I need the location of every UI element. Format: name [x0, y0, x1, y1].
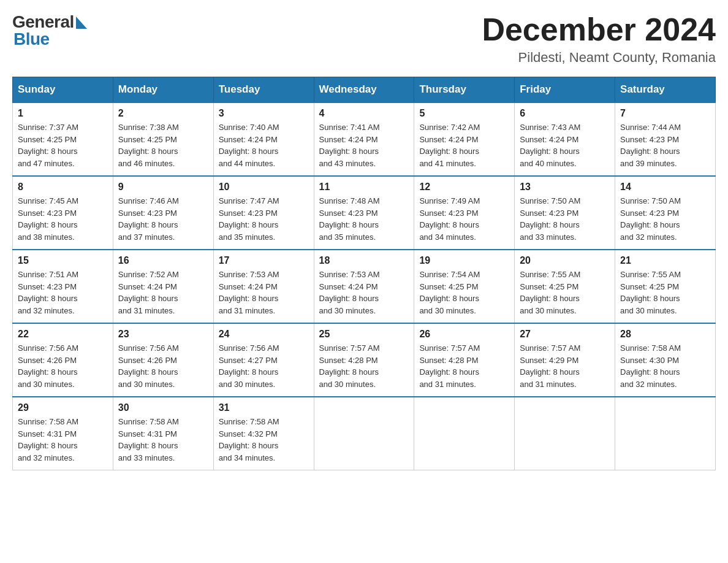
day-info: Sunrise: 7:58 AM Sunset: 4:32 PM Dayligh…: [219, 416, 309, 464]
logo-blue-text: Blue: [13, 29, 50, 49]
day-info: Sunrise: 7:55 AM Sunset: 4:25 PM Dayligh…: [620, 269, 710, 316]
day-number: 4: [319, 108, 409, 119]
calendar-cell: 20 Sunrise: 7:55 AM Sunset: 4:25 PM Dayl…: [515, 250, 615, 323]
day-number: 5: [419, 108, 509, 119]
calendar-cell: 22 Sunrise: 7:56 AM Sunset: 4:26 PM Dayl…: [13, 323, 113, 397]
calendar-cell: 25 Sunrise: 7:57 AM Sunset: 4:28 PM Dayl…: [314, 323, 414, 397]
day-info: Sunrise: 7:46 AM Sunset: 4:23 PM Dayligh…: [118, 195, 208, 243]
calendar-cell: 8 Sunrise: 7:45 AM Sunset: 4:23 PM Dayli…: [13, 176, 113, 250]
day-info: Sunrise: 7:54 AM Sunset: 4:25 PM Dayligh…: [419, 269, 509, 316]
day-info: Sunrise: 7:56 AM Sunset: 4:26 PM Dayligh…: [18, 342, 108, 390]
calendar-week-row: 22 Sunrise: 7:56 AM Sunset: 4:26 PM Dayl…: [13, 323, 716, 397]
calendar-cell: 2 Sunrise: 7:38 AM Sunset: 4:25 PM Dayli…: [113, 102, 213, 176]
day-number: 6: [520, 108, 610, 119]
calendar-cell: [615, 397, 716, 470]
day-number: 23: [118, 329, 208, 340]
day-number: 24: [219, 329, 309, 340]
calendar-week-row: 1 Sunrise: 7:37 AM Sunset: 4:25 PM Dayli…: [13, 102, 716, 176]
calendar-cell: 26 Sunrise: 7:57 AM Sunset: 4:28 PM Dayl…: [414, 323, 515, 397]
calendar-cell: 6 Sunrise: 7:43 AM Sunset: 4:24 PM Dayli…: [515, 102, 615, 176]
calendar-cell: 23 Sunrise: 7:56 AM Sunset: 4:26 PM Dayl…: [113, 323, 213, 397]
day-number: 30: [118, 402, 208, 413]
day-info: Sunrise: 7:40 AM Sunset: 4:24 PM Dayligh…: [219, 121, 309, 169]
col-header-tuesday: Tuesday: [213, 77, 314, 103]
col-header-thursday: Thursday: [414, 77, 515, 103]
calendar-cell: 7 Sunrise: 7:44 AM Sunset: 4:23 PM Dayli…: [615, 102, 716, 176]
calendar-cell: 10 Sunrise: 7:47 AM Sunset: 4:23 PM Dayl…: [213, 176, 314, 250]
day-number: 15: [18, 255, 108, 266]
calendar-cell: [515, 397, 615, 470]
day-number: 13: [520, 182, 610, 193]
col-header-friday: Friday: [515, 77, 615, 103]
col-header-saturday: Saturday: [615, 77, 716, 103]
day-number: 29: [18, 402, 108, 413]
day-number: 11: [319, 182, 409, 193]
day-info: Sunrise: 7:51 AM Sunset: 4:23 PM Dayligh…: [18, 269, 108, 316]
day-number: 19: [419, 255, 509, 266]
day-number: 7: [620, 108, 710, 119]
day-info: Sunrise: 7:57 AM Sunset: 4:28 PM Dayligh…: [419, 342, 509, 390]
day-info: Sunrise: 7:43 AM Sunset: 4:24 PM Dayligh…: [520, 121, 610, 169]
day-number: 1: [18, 108, 108, 119]
calendar-cell: 15 Sunrise: 7:51 AM Sunset: 4:23 PM Dayl…: [13, 250, 113, 323]
day-number: 12: [419, 182, 509, 193]
calendar-cell: 9 Sunrise: 7:46 AM Sunset: 4:23 PM Dayli…: [113, 176, 213, 250]
col-header-wednesday: Wednesday: [314, 77, 414, 103]
location-subtitle: Pildesti, Neamt County, Romania: [482, 50, 716, 66]
day-info: Sunrise: 7:58 AM Sunset: 4:31 PM Dayligh…: [118, 416, 208, 464]
calendar-cell: 1 Sunrise: 7:37 AM Sunset: 4:25 PM Dayli…: [13, 102, 113, 176]
calendar-cell: 21 Sunrise: 7:55 AM Sunset: 4:25 PM Dayl…: [615, 250, 716, 323]
day-number: 16: [118, 255, 208, 266]
day-number: 10: [219, 182, 309, 193]
day-number: 25: [319, 329, 409, 340]
calendar-cell: 27 Sunrise: 7:57 AM Sunset: 4:29 PM Dayl…: [515, 323, 615, 397]
day-info: Sunrise: 7:57 AM Sunset: 4:29 PM Dayligh…: [520, 342, 610, 390]
day-info: Sunrise: 7:50 AM Sunset: 4:23 PM Dayligh…: [520, 195, 610, 243]
day-number: 22: [18, 329, 108, 340]
calendar-cell: 11 Sunrise: 7:48 AM Sunset: 4:23 PM Dayl…: [314, 176, 414, 250]
col-header-monday: Monday: [113, 77, 213, 103]
day-number: 17: [219, 255, 309, 266]
calendar-table: SundayMondayTuesdayWednesdayThursdayFrid…: [12, 77, 716, 470]
day-info: Sunrise: 7:55 AM Sunset: 4:25 PM Dayligh…: [520, 269, 610, 316]
col-header-sunday: Sunday: [13, 77, 113, 103]
day-info: Sunrise: 7:50 AM Sunset: 4:23 PM Dayligh…: [620, 195, 710, 243]
day-number: 26: [419, 329, 509, 340]
day-info: Sunrise: 7:57 AM Sunset: 4:28 PM Dayligh…: [319, 342, 409, 390]
day-info: Sunrise: 7:49 AM Sunset: 4:23 PM Dayligh…: [419, 195, 509, 243]
day-number: 20: [520, 255, 610, 266]
day-info: Sunrise: 7:38 AM Sunset: 4:25 PM Dayligh…: [118, 121, 208, 169]
day-number: 9: [118, 182, 208, 193]
calendar-cell: 31 Sunrise: 7:58 AM Sunset: 4:32 PM Dayl…: [213, 397, 314, 470]
day-number: 18: [319, 255, 409, 266]
day-info: Sunrise: 7:53 AM Sunset: 4:24 PM Dayligh…: [319, 269, 409, 316]
month-title: December 2024: [482, 12, 716, 47]
logo-triangle-icon: [76, 17, 87, 29]
title-section: December 2024 Pildesti, Neamt County, Ro…: [482, 12, 716, 66]
day-number: 28: [620, 329, 710, 340]
calendar-cell: [414, 397, 515, 470]
calendar-cell: 14 Sunrise: 7:50 AM Sunset: 4:23 PM Dayl…: [615, 176, 716, 250]
day-number: 14: [620, 182, 710, 193]
day-info: Sunrise: 7:45 AM Sunset: 4:23 PM Dayligh…: [18, 195, 108, 243]
calendar-cell: 4 Sunrise: 7:41 AM Sunset: 4:24 PM Dayli…: [314, 102, 414, 176]
day-info: Sunrise: 7:58 AM Sunset: 4:31 PM Dayligh…: [18, 416, 108, 464]
calendar-cell: 30 Sunrise: 7:58 AM Sunset: 4:31 PM Dayl…: [113, 397, 213, 470]
calendar-cell: 12 Sunrise: 7:49 AM Sunset: 4:23 PM Dayl…: [414, 176, 515, 250]
calendar-cell: 17 Sunrise: 7:53 AM Sunset: 4:24 PM Dayl…: [213, 250, 314, 323]
day-info: Sunrise: 7:47 AM Sunset: 4:23 PM Dayligh…: [219, 195, 309, 243]
day-info: Sunrise: 7:56 AM Sunset: 4:27 PM Dayligh…: [219, 342, 309, 390]
calendar-cell: 13 Sunrise: 7:50 AM Sunset: 4:23 PM Dayl…: [515, 176, 615, 250]
calendar-week-row: 8 Sunrise: 7:45 AM Sunset: 4:23 PM Dayli…: [13, 176, 716, 250]
logo: General Blue: [12, 12, 87, 49]
day-info: Sunrise: 7:58 AM Sunset: 4:30 PM Dayligh…: [620, 342, 710, 390]
day-info: Sunrise: 7:56 AM Sunset: 4:26 PM Dayligh…: [118, 342, 208, 390]
calendar-cell: 5 Sunrise: 7:42 AM Sunset: 4:24 PM Dayli…: [414, 102, 515, 176]
calendar-cell: 24 Sunrise: 7:56 AM Sunset: 4:27 PM Dayl…: [213, 323, 314, 397]
calendar-cell: 16 Sunrise: 7:52 AM Sunset: 4:24 PM Dayl…: [113, 250, 213, 323]
calendar-cell: [314, 397, 414, 470]
day-number: 8: [18, 182, 108, 193]
calendar-week-row: 15 Sunrise: 7:51 AM Sunset: 4:23 PM Dayl…: [13, 250, 716, 323]
day-number: 31: [219, 402, 309, 413]
calendar-cell: 29 Sunrise: 7:58 AM Sunset: 4:31 PM Dayl…: [13, 397, 113, 470]
